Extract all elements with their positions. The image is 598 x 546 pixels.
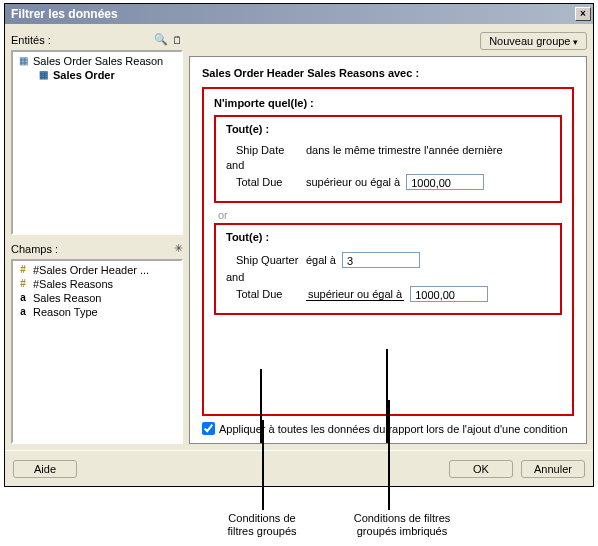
callout-line xyxy=(388,400,390,510)
new-group-button[interactable]: Nouveau groupe xyxy=(480,32,587,50)
dialog-footer: Aide OK Annuler xyxy=(5,450,593,486)
condition-value[interactable]: 1000,00 xyxy=(410,286,488,302)
hash-icon: # xyxy=(17,265,29,275)
entity-item[interactable]: ▦ Sales Order xyxy=(15,68,179,82)
condition-field[interactable]: Ship Quarter xyxy=(236,254,300,266)
condition-operator[interactable]: supérieur ou égal à xyxy=(306,176,400,188)
close-icon[interactable]: × xyxy=(575,7,591,21)
entities-label: Entités : xyxy=(11,34,150,46)
or-connector: or xyxy=(214,207,562,223)
hash-icon: # xyxy=(17,279,29,289)
condition-operator[interactable]: supérieur ou égal à xyxy=(306,288,404,301)
apply-all-checkbox[interactable] xyxy=(202,422,215,435)
field-item[interactable]: # #Sales Order Header ... xyxy=(15,263,179,277)
titlebar: Filtrer les données × xyxy=(5,4,593,24)
outer-filter-group: N'importe quel(le) : Tout(e) : Ship Date… xyxy=(202,87,574,416)
table-icon: ▦ xyxy=(37,70,49,80)
condition-row[interactable]: Ship Quarter égal à 3 xyxy=(226,249,550,271)
and-connector: and xyxy=(226,271,550,283)
window-title: Filtrer les données xyxy=(11,7,575,21)
condition-row[interactable]: Ship Date dans le même trimestre l'année… xyxy=(226,141,550,159)
condition-value[interactable]: 1000,00 xyxy=(406,174,484,190)
condition-value[interactable]: 3 xyxy=(342,252,420,268)
and-connector: and xyxy=(226,159,550,171)
inner-filter-group: Tout(e) : Ship Quarter égal à 3 and Tota… xyxy=(214,223,562,315)
help-button[interactable]: Aide xyxy=(13,460,77,478)
champs-list[interactable]: # #Sales Order Header ... # #Sales Reaso… xyxy=(11,259,183,444)
condition-operator[interactable]: dans le même trimestre l'année dernière xyxy=(306,144,503,156)
search-icon[interactable]: 🔍 xyxy=(154,33,168,46)
properties-icon[interactable]: 🗒 xyxy=(172,34,183,46)
entity-item[interactable]: ▦ Sales Order Sales Reason xyxy=(15,54,179,68)
field-item[interactable]: a Sales Reason xyxy=(15,291,179,305)
field-item[interactable]: # #Sales Reasons xyxy=(15,277,179,291)
champs-label: Champs : xyxy=(11,243,170,255)
field-item[interactable]: a Reason Type xyxy=(15,305,179,319)
condition-operator[interactable]: égal à xyxy=(306,254,336,266)
condition-field[interactable]: Total Due xyxy=(236,176,300,188)
outer-group-title[interactable]: N'importe quel(le) : xyxy=(214,97,562,109)
filter-heading: Sales Order Header Sales Reasons avec : xyxy=(202,67,574,87)
condition-row[interactable]: Total Due supérieur ou égal à 1000,00 xyxy=(226,171,550,193)
text-icon: a xyxy=(17,293,29,303)
callout-line xyxy=(262,420,264,510)
filter-panel: Sales Order Header Sales Reasons avec : … xyxy=(189,56,587,444)
inner-group-title[interactable]: Tout(e) : xyxy=(226,123,550,135)
text-icon: a xyxy=(17,307,29,317)
inner-filter-group: Tout(e) : Ship Date dans le même trimest… xyxy=(214,115,562,203)
inner-group-title[interactable]: Tout(e) : xyxy=(226,231,550,243)
ok-button[interactable]: OK xyxy=(449,460,513,478)
condition-row[interactable]: Total Due supérieur ou égal à 1000,00 xyxy=(226,283,550,305)
condition-field[interactable]: Total Due xyxy=(236,288,300,300)
filter-dialog: Filtrer les données × Entités : 🔍 🗒 ▦ Sa… xyxy=(4,3,594,487)
cancel-button[interactable]: Annuler xyxy=(521,460,585,478)
callout-label: Conditions defiltres groupés xyxy=(216,512,308,538)
condition-field[interactable]: Ship Date xyxy=(236,144,300,156)
apply-all-label: Appliquer à toutes les données du rappor… xyxy=(219,423,568,435)
callout-label: Conditions de filtresgroupés imbriqués xyxy=(342,512,462,538)
entities-list[interactable]: ▦ Sales Order Sales Reason ▦ Sales Order xyxy=(11,50,183,235)
table-icon: ▦ xyxy=(17,56,29,66)
new-field-icon[interactable]: ✳ xyxy=(174,242,183,255)
